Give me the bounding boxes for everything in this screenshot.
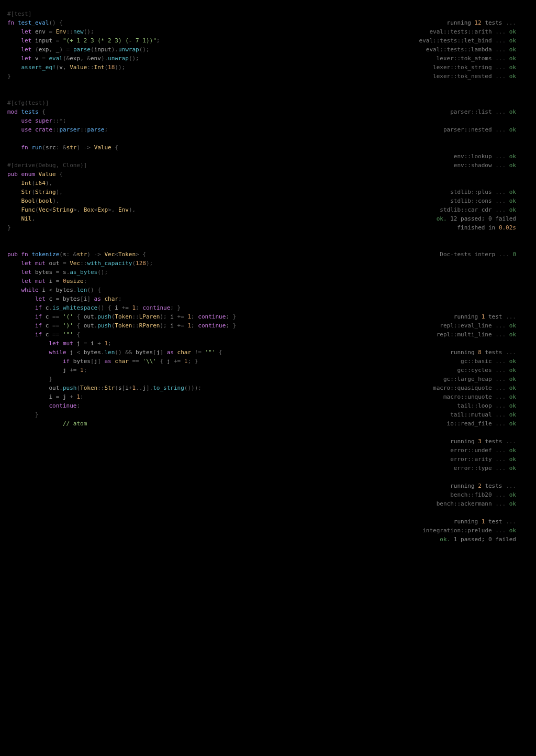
test-result: ok [509,28,516,35]
running-label: running [450,438,474,445]
test-location: parser::list [450,108,492,115]
code-line: } [7,72,253,81]
code-line: while j < bytes.len() && bytes[j] as cha… [7,348,253,357]
test-result: ok [509,500,516,507]
test-location: error::undef [450,447,492,454]
test-output-line [259,134,529,143]
test-result: ok [509,126,516,133]
code-line: let (exp, _) = parse(input).unwrap(); [7,45,253,54]
test-result: ok [509,189,516,195]
test-result: ok [509,456,516,463]
test-summary: 12 passed; 0 failed [450,215,516,222]
test-location: lexer::tok_nested [433,73,492,80]
test-location: bench::fib20 [450,491,492,498]
code-line: pub enum Value { [7,170,253,179]
test-result: ok [509,527,516,534]
test-result: ok [509,420,516,427]
code-line: let mut j = i + 1; [7,339,253,348]
test-output-line: macro::quasiquote ... ok [259,384,529,392]
code-line: let env = Env::new(); [7,27,253,36]
test-output-line: lexer::tok_string ... ok [259,63,529,72]
code-line: use super::*; [7,116,253,125]
test-output-line: eval::tests::lambda ... ok [259,45,529,54]
fn-name: test_eval [18,19,49,26]
code-line: i = j + 1; [7,392,253,401]
test-output-line [259,170,529,179]
test-location: repl::eval_line [440,322,492,329]
test-output-line [259,303,529,312]
test-output-line: tail::mutual ... ok [259,410,529,419]
test-count: 1 [482,313,485,320]
test-output-line: ok. 1 passed; 0 failed [259,535,529,544]
code-line: continue; [7,401,253,410]
test-result: ok [509,322,516,329]
test-result: ok [509,385,516,391]
test-result: ok [509,447,516,454]
test-output-line [259,232,529,241]
test-output-line [259,277,529,286]
test-location: macro::unquote [443,393,492,400]
test-result: ok [509,198,516,204]
code-line: assert_eq!(v, Value::Int(18)); [7,63,253,72]
code-line [7,152,253,161]
test-output-line [259,428,529,437]
test-location: eval::tests::let_bind [419,37,492,44]
test-output-line [259,508,529,517]
test-output-line: stdlib::plus ... ok [259,188,529,196]
test-output-line: parser::list ... ok [259,107,529,116]
code-line: let bytes = s.as_bytes(); [7,268,253,277]
test-result: ok [509,358,516,365]
test-output-line: running 1 test ... [259,517,529,526]
test-location: lexer::tok_atoms [437,55,492,62]
test-output-line: gc::basic ... ok [259,357,529,366]
test-output-line [259,294,529,303]
code-line: fn run(src: &str) -> Value { [7,143,253,152]
test-output-line: error::undef ... ok [259,446,529,455]
running-label: running [454,313,478,320]
test-location: parser::nested [443,126,492,133]
test-result: ok [509,64,516,71]
test-output-line: bench::fib20 ... ok [259,490,529,499]
test-location: eval::tests::lambda [426,46,492,53]
test-output-line: env::lookup ... ok [259,152,529,161]
test-location: tail::loop [457,402,492,409]
test-result: ok [509,46,516,53]
code-line: if c == ')' { out.push(Token::RParen); i… [7,321,253,330]
code-line: j += 1; [7,366,253,375]
code-line: if bytes[j] as char == '\\' { j += 1; } [7,357,253,366]
test-location: error::arity [450,456,492,463]
code-line: Bool(bool), [7,196,253,205]
code-line: let v = eval(&exp, &env).unwrap(); [7,54,253,63]
code-line: // atom [7,419,253,428]
test-location: stdlib::plus [450,189,492,195]
test-output-line [259,473,529,481]
test-output-line: gc::cycles ... ok [259,366,529,375]
test-output-line [259,241,529,250]
test-count: 2 [478,483,482,489]
test-count: 3 [478,438,482,445]
test-result: ok [509,393,516,400]
test-output-line [259,9,529,18]
test-result: ok [509,108,516,115]
code-line [7,241,253,250]
code-line: let mut out = Vec::with_capacity(128); [7,259,253,268]
test-result: ok [509,402,516,409]
test-output-line [259,259,529,268]
test-output-line: macro::unquote ... ok [259,392,529,401]
test-output-line: running 1 test ... [259,312,529,321]
test-location: tail::mutual [450,411,492,418]
test-output-line: integration::prelude ... ok [259,526,529,535]
test-output-line [259,286,529,294]
running-label: running [454,518,478,525]
test-output-line: ok. 12 passed; 0 failed [259,214,529,223]
code-line: mod tests { [7,107,253,116]
code-line: } [7,410,253,419]
test-output-line: io::read_file ... ok [259,419,529,428]
test-output-line: repl::multi_line ... ok [259,330,529,339]
code-line: if c.is_whitespace() { i += 1; continue;… [7,303,253,312]
test-summary: 1 passed; 0 failed [454,536,516,543]
test-output-line [259,268,529,277]
test-output-line: env::shadow ... ok [259,161,529,170]
test-location: gc::large_heap [443,376,492,382]
test-location: repl::multi_line [437,331,492,338]
